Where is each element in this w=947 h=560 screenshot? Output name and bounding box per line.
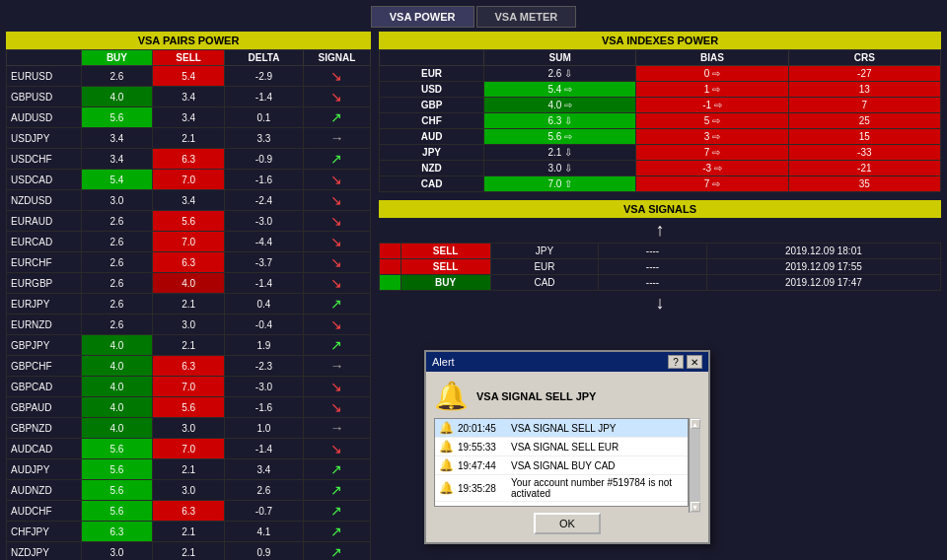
sell-value: 6.3 <box>153 252 225 273</box>
signal-arrow: → <box>303 356 370 377</box>
buy-value: 2.6 <box>81 252 153 273</box>
scrollbar-down-btn[interactable]: ▼ <box>691 502 700 512</box>
pair-label: EURCAD <box>7 232 82 252</box>
idx-currency: GBP <box>380 98 484 113</box>
sell-value: 2.1 <box>153 522 225 542</box>
pair-label: USDCAD <box>7 170 82 190</box>
signal-datetime: 2019.12.09 17:47 <box>706 275 940 291</box>
alert-item-msg: VSA SIGNAL SELL JPY <box>511 423 617 434</box>
alert-item-time: 19:35:28 <box>458 483 507 494</box>
indexes-table-row: USD 5.4 ⇨ 1 ⇨ 13 <box>380 82 941 98</box>
idx-sum: 2.6 ⇩ <box>484 66 636 82</box>
sell-value: 6.3 <box>153 149 225 170</box>
buy-value: 4.0 <box>81 335 153 356</box>
sell-value: 6.3 <box>153 501 225 522</box>
pairs-panel: VSA PAIRS POWER BUY SELL DELTA SIGNAL EU… <box>6 32 371 560</box>
idx-bias: 1 ⇨ <box>636 82 788 98</box>
pair-label: GBPCHF <box>7 356 82 377</box>
pairs-table-row: CHFJPY 6.3 2.1 4.1 ↗ <box>7 522 371 542</box>
indexes-table: SUM BIAS CRS EUR 2.6 ⇩ 0 ⇨ -27 USD 5.4 ⇨… <box>379 49 941 192</box>
vsa-power-btn[interactable]: VSA POWER <box>371 6 474 28</box>
alert-list-item: 🔔 19:47:44 VSA SIGNAL BUY CAD <box>435 456 688 475</box>
sell-value: 6.3 <box>153 356 225 377</box>
sell-value: 4.0 <box>153 273 225 294</box>
signal-arrow: ↘ <box>303 190 370 211</box>
pairs-table-row: GBPNZD 4.0 3.0 1.0 → <box>7 418 371 439</box>
pair-label: EURGBP <box>7 273 82 294</box>
scrollbar-up-btn[interactable]: ▲ <box>691 419 700 429</box>
buy-value: 2.6 <box>81 211 153 232</box>
delta-value: -0.4 <box>224 315 303 335</box>
pair-label: EURUSD <box>7 66 82 87</box>
alert-item-time: 19:47:44 <box>458 460 507 471</box>
pairs-table-row: USDCHF 3.4 6.3 -0.9 ↗ <box>7 149 371 170</box>
idx-currency: CHF <box>380 113 484 129</box>
signals-down-arrow: ↓ <box>656 293 665 314</box>
alert-close-btn[interactable]: ✕ <box>687 355 702 369</box>
signal-value: ---- <box>599 259 706 275</box>
buy-value: 3.4 <box>81 149 153 170</box>
idx-bias: 7 ⇨ <box>636 145 788 161</box>
pairs-table-row: EURGBP 2.6 4.0 -1.4 ↘ <box>7 273 371 294</box>
alert-scrollbar[interactable]: ▲ ▼ <box>689 418 700 513</box>
alert-item-bell: 🔔 <box>439 421 454 435</box>
signal-row: BUY CAD ---- 2019.12.09 17:47 <box>380 275 941 291</box>
pairs-table-row: NZDJPY 3.0 2.1 0.9 ↗ <box>7 542 371 561</box>
idx-bias: 3 ⇨ <box>636 129 788 145</box>
indexes-table-row: NZD 3.0 ⇩ -3 ⇨ -21 <box>380 161 941 176</box>
idx-col-blank <box>380 50 484 66</box>
signal-arrow: ↘ <box>303 439 370 459</box>
sell-value: 7.0 <box>153 170 225 190</box>
pairs-table-row: EURAUD 2.6 5.6 -3.0 ↘ <box>7 211 371 232</box>
pairs-col-signal: SIGNAL <box>303 50 370 66</box>
buy-value: 4.0 <box>81 397 153 418</box>
sell-value: 2.1 <box>153 459 225 480</box>
sell-value: 7.0 <box>153 232 225 252</box>
alert-main-message: VSA SIGNAL SELL JPY <box>476 390 596 402</box>
delta-value: -2.9 <box>224 66 303 87</box>
alert-item-msg: VSA SIGNAL SELL EUR <box>511 442 619 453</box>
signals-panel-title: VSA SIGNALS <box>379 200 941 218</box>
signals-table: SELL JPY ---- 2019.12.09 18:01 SELL EUR … <box>379 243 941 291</box>
pairs-table-row: EURNZD 2.6 3.0 -0.4 ↘ <box>7 315 371 335</box>
idx-currency: CAD <box>380 176 484 192</box>
buy-value: 5.6 <box>81 501 153 522</box>
pair-label: GBPAUD <box>7 397 82 418</box>
pair-label: AUDJPY <box>7 459 82 480</box>
pair-label: AUDUSD <box>7 107 82 128</box>
idx-sum: 5.6 ⇨ <box>484 129 636 145</box>
alert-list-item: 🔔 19:55:33 VSA SIGNAL SELL EUR <box>435 438 688 456</box>
pair-label: CHFJPY <box>7 522 82 542</box>
alert-list-items: 🔔 20:01:45 VSA SIGNAL SELL JPY 🔔 19:55:3… <box>435 419 688 502</box>
buy-value: 3.4 <box>81 128 153 149</box>
vsa-meter-btn[interactable]: VSA METER <box>476 6 577 28</box>
buy-value: 5.6 <box>81 480 153 501</box>
pair-label: NZDJPY <box>7 542 82 561</box>
pair-label: AUDCAD <box>7 439 82 459</box>
indexes-panel-title: VSA INDEXES POWER <box>379 32 941 49</box>
delta-value: 0.1 <box>224 107 303 128</box>
pairs-table-row: EURCHF 2.6 6.3 -3.7 ↘ <box>7 252 371 273</box>
idx-crs: -33 <box>788 145 940 161</box>
signal-datetime: 2019.12.09 18:01 <box>706 244 940 259</box>
alert-item-msg: Your account number #519784 is not activ… <box>511 477 684 499</box>
delta-value: -1.6 <box>224 170 303 190</box>
delta-value: 1.0 <box>224 418 303 439</box>
signal-arrow: ↘ <box>303 87 370 107</box>
signal-currency: CAD <box>490 275 598 291</box>
signal-arrow: ↗ <box>303 149 370 170</box>
idx-sum: 2.1 ⇩ <box>484 145 636 161</box>
alert-ok-btn[interactable]: OK <box>534 513 601 534</box>
pair-label: EURNZD <box>7 315 82 335</box>
buy-value: 5.6 <box>81 459 153 480</box>
signal-type: SELL <box>401 244 490 259</box>
buy-value: 4.0 <box>81 418 153 439</box>
alert-help-btn[interactable]: ? <box>668 355 684 369</box>
buy-value: 6.3 <box>81 522 153 542</box>
buy-value: 4.0 <box>81 356 153 377</box>
buy-value: 2.6 <box>81 66 153 87</box>
idx-col-sum: SUM <box>484 50 636 66</box>
sell-value: 5.6 <box>153 397 225 418</box>
sell-value: 7.0 <box>153 377 225 397</box>
pair-label: USDJPY <box>7 128 82 149</box>
